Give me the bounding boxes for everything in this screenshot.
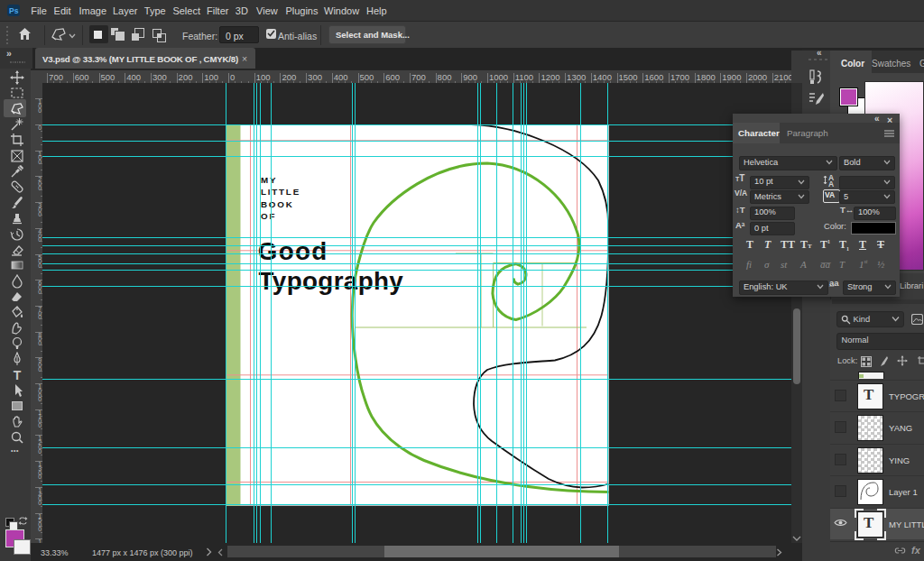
svg-text:Good: Good [258, 237, 328, 265]
svg-text:T: T [14, 368, 22, 382]
svg-text:Typography: Typography [259, 267, 404, 295]
svg-text:LITTLE: LITTLE [261, 187, 300, 197]
svg-text:BOOK: BOOK [261, 199, 294, 209]
svg-text:A: A [828, 179, 834, 188]
svg-text:MY: MY [261, 175, 277, 185]
svg-text:OF: OF [261, 211, 276, 221]
